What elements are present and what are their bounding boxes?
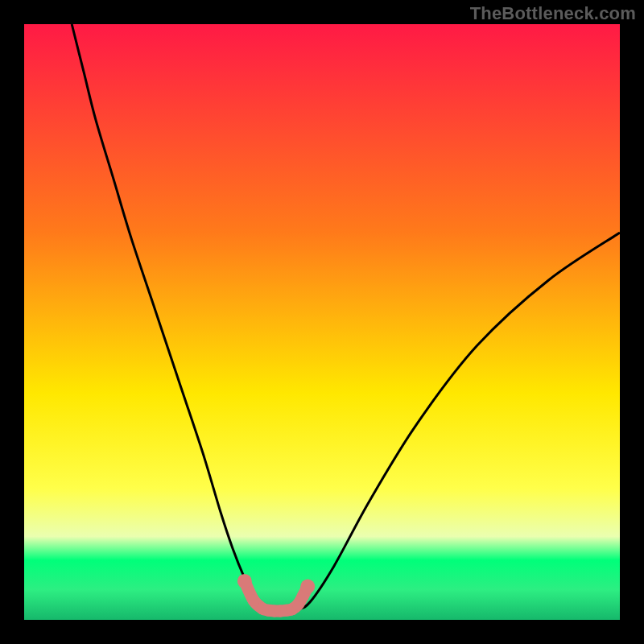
marker-dot xyxy=(247,594,259,606)
chart-frame: { "watermark": "TheBottleneck.com", "col… xyxy=(0,0,644,644)
marker-dot xyxy=(237,574,252,588)
marker-dot xyxy=(300,580,315,594)
bottleneck-chart xyxy=(0,0,644,644)
plot-background xyxy=(24,24,620,620)
